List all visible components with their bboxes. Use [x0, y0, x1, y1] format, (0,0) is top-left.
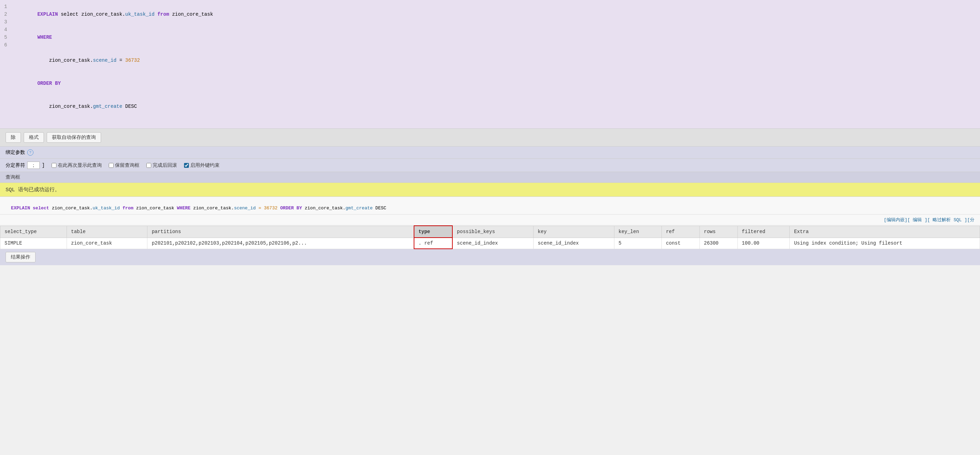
fk-constraint-checkbox[interactable]	[184, 163, 189, 168]
fk-constraint-checkbox-label[interactable]: 启用外键约束	[184, 162, 220, 169]
code-lines[interactable]: EXPLAIN select zion_core_task.uk_task_id…	[14, 3, 980, 126]
delimiter-label: 分定界符	[6, 162, 25, 169]
show-again-checkbox-label[interactable]: 在此再次显示此查询	[52, 162, 102, 169]
bind-params-label: 绑定参数	[6, 149, 25, 156]
cell-partitions: p202101,p202102,p202103,p202104,p202105,…	[147, 238, 414, 249]
success-message: SQL 语句已成功运行。	[6, 187, 60, 193]
cell-select-type: SIMPLE	[0, 238, 67, 249]
code-line-4: ORDER BY	[14, 72, 980, 95]
cell-key-len: 5	[614, 238, 662, 249]
table-row: SIMPLE zion_core_task p202101,p202102,p2…	[0, 238, 980, 249]
col-filtered: filtered	[737, 226, 790, 238]
edit-link[interactable]: [ 编辑 ]	[907, 217, 928, 223]
options-row: 分定界符 ] 在此再次显示此查询 保留查询框 完成后回滚 启用外键约束	[0, 159, 980, 172]
col-key: key	[534, 226, 614, 238]
col-type: type	[414, 226, 452, 238]
delimiter-input[interactable]	[27, 161, 40, 169]
cell-extra: Using index condition; Using filesort	[790, 238, 980, 249]
keep-query-box-checkbox-label[interactable]: 保留查询框	[109, 162, 139, 169]
actions-toolbar: [编辑内嵌] [ 编辑 ] [ 略过解析 SQL ] [分	[0, 215, 980, 225]
cell-table: zion_core_task	[67, 238, 147, 249]
cell-type: . ref	[414, 238, 452, 249]
query-frame-label: 查询框	[0, 172, 980, 183]
col-partitions: partitions	[147, 226, 414, 238]
delimiter-box: 分定界符 ]	[6, 161, 45, 169]
col-rows: rows	[700, 226, 737, 238]
bind-params-section: 绑定参数 ?	[0, 147, 980, 159]
keep-query-box-checkbox[interactable]	[109, 163, 114, 168]
col-ref: ref	[662, 226, 700, 238]
result-operations-button[interactable]: 结果操作	[6, 252, 35, 262]
rollback-label: 完成后回滚	[153, 162, 177, 169]
cell-filtered: 100.00	[737, 238, 790, 249]
cell-ref: const	[662, 238, 700, 249]
success-bar: SQL 语句已成功运行。	[0, 183, 980, 197]
keep-query-box-label: 保留查询框	[115, 162, 139, 169]
query-toolbar: 除 格式 获取自动保存的查询	[0, 129, 980, 147]
remove-button[interactable]: 除	[6, 132, 21, 143]
cell-key: scene_id_index	[534, 238, 614, 249]
split-action[interactable]: [分	[967, 217, 974, 223]
rollback-checkbox[interactable]	[146, 163, 151, 168]
code-line-6	[14, 118, 980, 126]
code-line-2: WHERE	[14, 26, 980, 49]
query-display: EXPLAIN select zion_core_task.uk_task_id…	[0, 197, 980, 215]
sql-editor[interactable]: 1 2 3 4 5 6 EXPLAIN select zion_core_tas…	[0, 0, 980, 129]
table-header-row: select_type table partitions type possib…	[0, 226, 980, 238]
col-table: table	[67, 226, 147, 238]
code-line-3: zion_core_task.scene_id = 36732	[14, 49, 980, 72]
fk-constraint-label: 启用外键约束	[190, 162, 220, 169]
col-key-len: key_len	[614, 226, 662, 238]
delimiter-bracket: ]	[42, 163, 45, 168]
edit-inline-link[interactable]: [编辑内嵌]	[884, 217, 907, 223]
col-extra: Extra	[790, 226, 980, 238]
cell-rows: 26300	[700, 238, 737, 249]
results-table: select_type table partitions type possib…	[0, 225, 980, 249]
code-line-1: EXPLAIN select zion_core_task.uk_task_id…	[14, 3, 980, 26]
results-container: select_type table partitions type possib…	[0, 225, 980, 249]
col-possible-keys: possible_keys	[452, 226, 533, 238]
col-select-type: select_type	[0, 226, 67, 238]
show-again-checkbox[interactable]	[52, 163, 56, 168]
format-button[interactable]: 格式	[24, 132, 44, 143]
get-saved-query-button[interactable]: 获取自动保存的查询	[47, 132, 101, 143]
skip-analysis-link[interactable]: [ 略过解析 SQL ]	[928, 217, 967, 223]
help-icon[interactable]: ?	[27, 149, 33, 156]
bottom-toolbar: 结果操作	[0, 249, 980, 265]
cell-possible-keys: scene_id_index	[452, 238, 533, 249]
code-line-5: zion_core_task.gmt_create DESC	[14, 95, 980, 118]
show-again-label: 在此再次显示此查询	[58, 162, 102, 169]
line-numbers: 1 2 3 4 5 6	[0, 3, 14, 126]
rollback-checkbox-label[interactable]: 完成后回滚	[146, 162, 177, 169]
